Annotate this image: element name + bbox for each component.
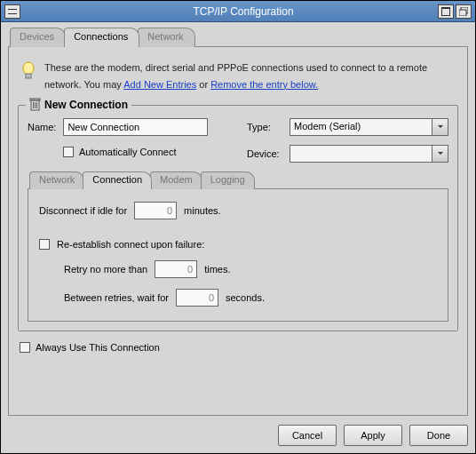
reestablish-checkbox[interactable] [39,239,50,250]
auto-connect-checkbox[interactable] [63,147,74,157]
name-row: Name: [28,118,229,136]
name-input[interactable] [63,118,208,136]
form-columns: Name: Automatically Connect Type: Mod [28,118,448,163]
remove-entry-link[interactable]: Remove the entry below. [210,79,318,90]
main-tabrow: Devices Connections Network [8,28,468,47]
wait-seconds-input[interactable] [176,289,218,307]
connection-subpanel: Disconnect if idle for minutes. Re-estab… [28,188,448,322]
inner-tab-connection[interactable]: Connection [83,171,152,189]
reestablish-label: Re-establish connect upon failure: [57,239,204,250]
always-use-label: Always Use This Connection [36,342,160,353]
type-value: Modem (Serial) [290,118,432,136]
svg-rect-0 [8,9,17,10]
tab-network[interactable]: Network [138,28,194,47]
maximize-button[interactable] [438,4,454,19]
retry-prefix: Retry no more than [64,264,147,275]
type-dropdown[interactable]: Modem (Serial) [290,118,448,136]
device-dropdown-button[interactable] [432,145,448,163]
retry-times-input[interactable] [155,260,197,278]
type-label: Type: [247,122,290,132]
idle-prefix: Disconnect if idle for [39,205,127,216]
svg-point-6 [23,62,34,75]
window-menu-button[interactable] [4,4,20,19]
cancel-button[interactable]: Cancel [278,425,337,446]
idle-suffix: minutes. [184,205,221,216]
trash-icon[interactable] [29,98,41,111]
type-dropdown-button[interactable] [432,118,448,136]
auto-connect-row: Automatically Connect [63,147,229,157]
title-left [4,4,49,19]
wait-prefix: Between retries, wait for [64,292,169,303]
retry-suffix: times. [204,264,230,275]
inner-tabrow: Network Connection Modem Logging [28,171,448,189]
group-title: New Connection [26,98,131,111]
add-entries-link[interactable]: Add New Entries [123,79,196,90]
group-title-text: New Connection [44,99,128,111]
info-row: These are the modem, direct serial and P… [18,56,458,101]
idle-row: Disconnect if idle for minutes. [39,202,437,219]
device-label: Device: [247,148,290,159]
auto-connect-label: Automatically Connect [79,147,176,157]
device-dropdown[interactable] [290,145,448,163]
window-menu-icon [8,8,17,15]
stack-icon [459,7,468,16]
tab-devices[interactable]: Devices [10,28,66,47]
name-label: Name: [28,122,56,132]
svg-rect-7 [26,74,31,78]
inner-tab-network[interactable]: Network [29,171,84,189]
inner-tab-modem[interactable]: Modem [150,171,202,189]
connections-panel: These are the modem, direct serial and P… [8,46,468,416]
content: Devices Connections Network These are th… [1,22,475,453]
device-value [290,145,432,163]
window: TCP/IP Configuration Devices Connections… [0,0,476,454]
svg-rect-5 [459,10,466,16]
inner-tab-logging[interactable]: Logging [201,171,255,189]
always-use-checkbox[interactable] [20,342,30,353]
done-button[interactable]: Done [409,425,468,446]
window-title: TCP/IP Configuration [193,5,293,18]
title-controls [438,4,472,19]
svg-rect-9 [30,99,40,100]
chevron-updown-icon [437,123,444,131]
form-col-left: Name: Automatically Connect [28,118,229,163]
svg-rect-3 [441,7,450,9]
info-mid: or [199,79,210,90]
svg-rect-1 [8,13,17,14]
tab-connections[interactable]: Connections [64,28,139,47]
lightbulb-icon [21,61,36,81]
idle-minutes-input[interactable] [134,202,177,219]
stack-button[interactable] [456,4,472,19]
svg-marker-13 [438,125,443,128]
new-connection-group: New Connection Name: Automatically Conne… [18,105,458,331]
form-col-right: Type: Modem (Serial) Device: [247,118,448,163]
wait-row: Between retries, wait for seconds. [64,289,437,307]
wait-suffix: seconds. [226,292,265,303]
reestablish-row: Re-establish connect upon failure: [39,239,437,250]
svg-marker-14 [438,152,443,155]
titlebar: TCP/IP Configuration [1,1,475,22]
chevron-updown-icon [437,150,444,157]
retry-row: Retry no more than times. [64,260,437,278]
apply-button[interactable]: Apply [344,425,402,446]
type-grid: Type: Modem (Serial) Device: [247,118,448,163]
maximize-icon [441,7,450,16]
info-text: These are the modem, direct serial and P… [44,60,453,92]
button-row: Cancel Apply Done [8,416,468,446]
always-use-row: Always Use This Connection [18,342,458,353]
